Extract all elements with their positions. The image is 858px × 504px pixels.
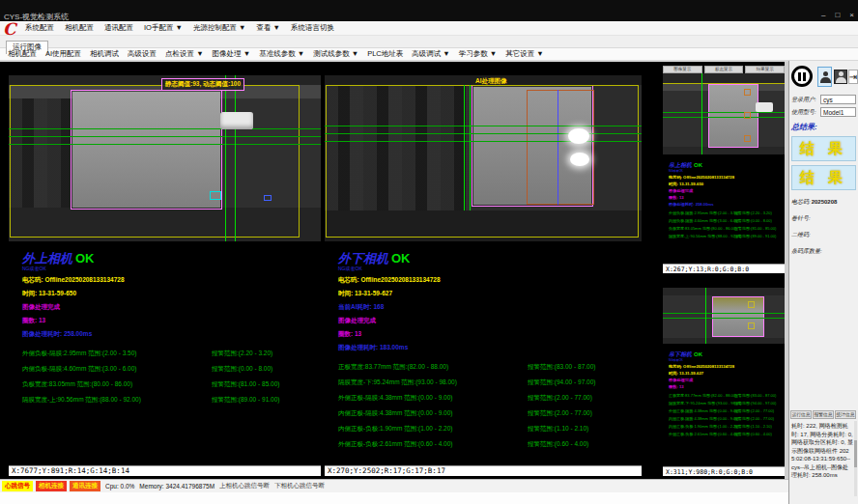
result-ok: OK xyxy=(75,251,95,266)
detection-marker xyxy=(744,112,751,119)
info-line: 电芯码: Offline20250208133134728 xyxy=(669,364,781,369)
menu-item[interactable]: 相机配置 xyxy=(65,23,94,33)
camera-panel-mini-lower: 吊下相机OK NG或者OK 电芯码: Offline20250208133134… xyxy=(663,276,785,476)
camera-result-title: 外下相机OK xyxy=(338,251,630,266)
pixel-coordinates-left: X:7677;Y:891;R:14;G:14;B:14 xyxy=(9,465,321,476)
info-line: 时间: 13-31-59-650 xyxy=(669,182,781,186)
info-line: 图像处理耗时: 183.00ms xyxy=(338,344,630,352)
result-subtitle: NG或者OK xyxy=(669,169,781,173)
menu-item[interactable]: 系统语言切换 xyxy=(291,23,334,33)
measurement-row: 隔膜宽度-下:95.24mm 范围:(93.00 - 98.00)报警范围:(9… xyxy=(669,401,781,406)
info-tab[interactable]: 报警信息 xyxy=(813,410,834,419)
menu-bar: 系统配置相机配置通讯配置IO手配置 ▼光源控制配置 ▼查看 ▼系统语言切换 xyxy=(0,21,858,36)
menu-item[interactable]: IO手配置 ▼ xyxy=(144,23,183,33)
camera-panel-outer-lower: AI处理图像 外下相机OK NG或者OK 电芯码: Offline2025020… xyxy=(325,75,642,476)
log-scrollbar-thumb[interactable] xyxy=(854,440,857,467)
model-select[interactable]: Model1 xyxy=(820,107,856,117)
login-user-label: 登录用户: xyxy=(791,96,820,104)
camera-result-title: 吊下相机OK xyxy=(669,348,781,358)
toolbar-item[interactable]: 图像处理 ▼ xyxy=(213,49,251,59)
menu-item[interactable]: 光源控制配置 ▼ xyxy=(193,23,246,33)
measurement-row: 隔膜宽度-上:90.56mm 范围:(88.00 - 92.00)报警范围:(8… xyxy=(22,396,309,405)
toolbar-item[interactable]: 相机调试 xyxy=(90,49,119,59)
pause-icon xyxy=(803,72,806,81)
measure-line xyxy=(9,144,321,145)
info-line: 电芯码: Offline20250208133134728 xyxy=(338,276,630,285)
mini-view-tab[interactable]: 图像显示 xyxy=(663,66,702,73)
app-logo-icon: C xyxy=(3,19,16,39)
toolbar-item[interactable]: 相机配置 xyxy=(8,49,37,59)
operator-button[interactable] xyxy=(834,70,847,84)
measurement-row: 负极宽度:83.05mm 范围:(80.00 - 86.00)报警范围:(81.… xyxy=(669,226,781,231)
info-tab[interactable]: 统计信息 xyxy=(835,410,856,419)
reflection-glare xyxy=(570,153,589,166)
pixel-coordinates-mini-lower: X:311;Y:980;R:0;G:0;B:0 xyxy=(663,466,785,476)
measure-line xyxy=(663,112,785,113)
measure-line xyxy=(663,313,785,314)
menu-item[interactable]: 通讯配置 xyxy=(104,23,133,33)
toolbar-item[interactable]: 基准线参数 ▼ xyxy=(259,49,304,59)
menu-item[interactable]: 系统配置 xyxy=(25,23,54,33)
info-line: 圈数: 13 xyxy=(338,330,630,339)
maximize-button[interactable]: □ xyxy=(835,11,840,19)
measure-line xyxy=(663,83,785,84)
run-log-text[interactable]: 耗时: 222, 网络检测耗时: 17, 网络分类耗时: 0, 网络获取分区耗时… xyxy=(790,421,854,496)
pause-button[interactable] xyxy=(791,66,813,87)
measurement-row: 隔膜宽度-上:90.56mm 范围:(88.00 - 92.00)报警范围:(8… xyxy=(669,234,781,238)
camera-result-title: 外上相机OK xyxy=(22,251,309,266)
measure-line xyxy=(325,133,642,134)
camera-image-outer-lower[interactable]: AI处理图像 xyxy=(325,75,642,241)
status-badge: 通讯连接 xyxy=(70,481,100,491)
tab-row: 运行图像 xyxy=(0,36,858,48)
user-login-button[interactable] xyxy=(817,67,832,87)
detection-marker xyxy=(210,191,221,200)
measure-line xyxy=(663,117,785,118)
bottom-filler xyxy=(0,492,788,504)
toolbar-item[interactable]: 学习参数 ▼ xyxy=(459,49,498,59)
menu-item[interactable]: 查看 ▼ xyxy=(256,23,280,33)
control-sidebar: ⇥ 登录用户: cys 使用型号: Model1 总结果: 结 果 结 果 电芯… xyxy=(788,61,858,504)
toolbar-item[interactable]: 高级设置 xyxy=(128,49,157,59)
result-subtitle: NG或者OK xyxy=(669,358,781,362)
info-field: 电芯码:20250208 xyxy=(791,198,856,207)
info-line: 圈数: 13 xyxy=(669,195,781,200)
measure-line xyxy=(9,128,321,129)
exit-button[interactable]: ⇥ xyxy=(848,70,858,84)
mini-view-tab[interactable]: 结果显示 xyxy=(745,66,785,73)
total-result-label: 总结果: xyxy=(791,122,856,132)
toolbar-item[interactable]: 点检设置 ▼ xyxy=(165,49,204,59)
toolbar-item[interactable]: 高级调试 ▼ xyxy=(412,49,450,59)
info-tab[interactable]: 运行信息 xyxy=(790,410,812,419)
camera-image-mini-upper[interactable] xyxy=(663,73,785,154)
toolbar-item[interactable]: 其它设置 ▼ xyxy=(505,49,544,59)
lower-camera-heartbeat: 下相机心跳信号断 xyxy=(274,482,325,490)
status-badge: 心跳信号 xyxy=(2,481,33,491)
info-line: 当前AI耗时: 168 xyxy=(338,303,630,312)
toolbar-item[interactable]: PLC地址表 xyxy=(367,49,403,59)
info-line: 图像处理完成 xyxy=(338,317,630,325)
measure-line-vertical xyxy=(470,85,471,210)
tab-connector xyxy=(220,112,253,129)
close-button[interactable]: × xyxy=(849,11,854,19)
measurement-row: 外侧负极-隔膜:2.95mm 范围:(2.00 - 3.50)报警范围:(2.2… xyxy=(669,210,781,215)
detection-marker xyxy=(744,135,751,142)
detection-marker xyxy=(748,301,755,308)
reflection-glare xyxy=(568,128,589,144)
tab-connector xyxy=(756,102,773,112)
camera-image-mini-lower[interactable] xyxy=(663,288,785,344)
measurement-row: 外侧正极-隔膜:4.38mm 范围:(0.00 - 9.00)报警范围:(2.0… xyxy=(669,408,781,413)
result-ok: OK xyxy=(694,162,702,168)
minimize-button[interactable]: – xyxy=(821,11,825,19)
info-line: 时间: 13-31-59-627 xyxy=(669,371,781,376)
mini-view-tab[interactable]: 标志显示 xyxy=(704,66,744,73)
toolbar-item[interactable]: 测试线参数 ▼ xyxy=(313,49,358,59)
camera-image-outer-upper[interactable]: 静态阈值:93, 动态阈值:100 xyxy=(9,75,321,241)
log-scrollbar[interactable] xyxy=(854,421,857,496)
user-dark-icon xyxy=(836,71,845,83)
toolbar-item[interactable]: AI使用配置 xyxy=(45,49,81,59)
result-ok: OK xyxy=(391,251,411,266)
measurement-row: 外侧正极-负极:2.61mm 范围:(0.60 - 4.00)报警范围:(0.6… xyxy=(338,440,630,449)
login-user-field[interactable]: cys xyxy=(820,95,856,104)
measure-line xyxy=(325,141,642,142)
upper-camera-heartbeat: 上相机心跳信号断 xyxy=(219,482,270,490)
